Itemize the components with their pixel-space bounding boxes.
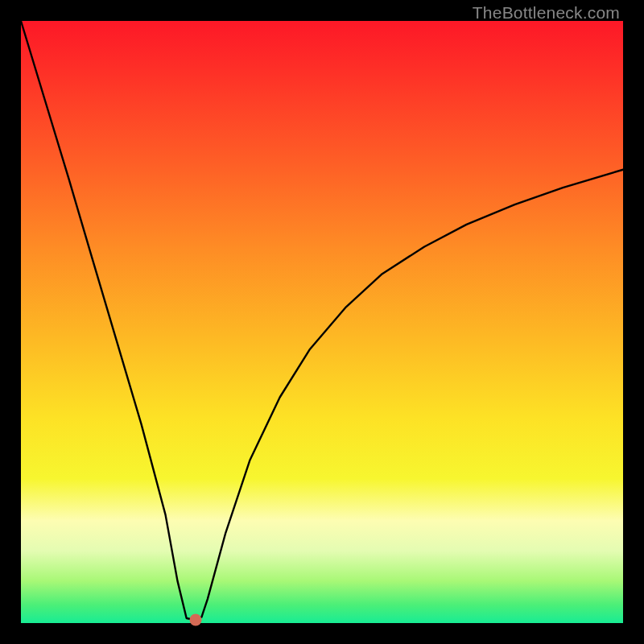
optimal-point-marker — [189, 614, 201, 626]
bottleneck-curve — [21, 21, 623, 623]
plot-area — [21, 21, 623, 623]
chart-frame: TheBottleneck.com — [0, 0, 644, 644]
watermark-text: TheBottleneck.com — [473, 3, 620, 23]
